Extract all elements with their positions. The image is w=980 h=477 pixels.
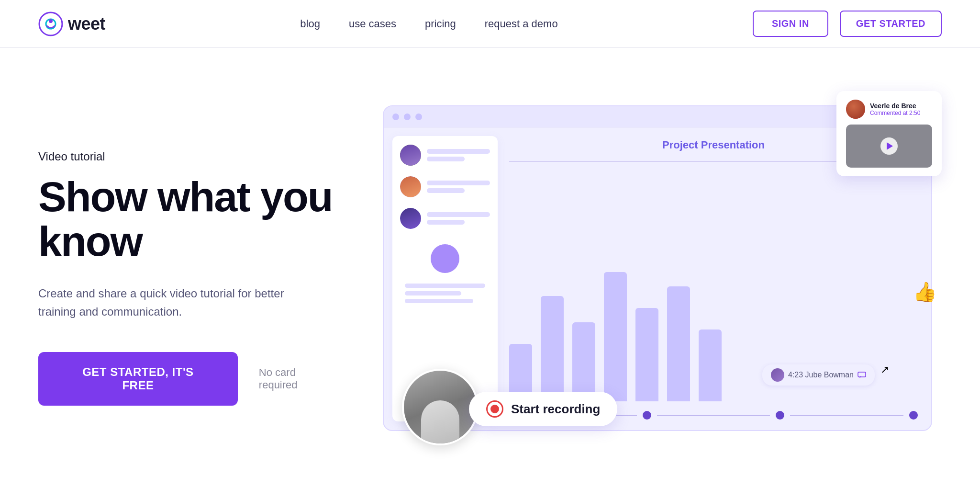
person-line-d (427, 188, 465, 193)
person-line-c (427, 181, 490, 185)
person-row-1 (400, 145, 490, 166)
svg-point-2 (49, 19, 53, 23)
purple-circle-decoration (431, 244, 459, 273)
timeline-dot-2 (643, 411, 651, 420)
weet-logo-icon (38, 11, 63, 36)
veerle-name: Veerle de Bree (870, 102, 920, 110)
play-icon (887, 142, 893, 150)
timeline-line-2 (657, 415, 770, 416)
browser-dot-2 (404, 114, 411, 120)
logo-area[interactable]: weet (38, 11, 105, 36)
person-row-2 (400, 176, 490, 197)
commenter-avatar-small (771, 368, 784, 382)
bar-3 (572, 322, 595, 401)
header: weet blog use cases pricing request a de… (0, 0, 980, 48)
comment-tag: 4:23 Jube Bowman (762, 364, 875, 386)
start-recording-pill[interactable]: Start recording (469, 392, 617, 426)
nav-use-cases[interactable]: use cases (349, 18, 396, 30)
timeline-line-3 (790, 415, 903, 416)
veerle-time-value: 2:50 (909, 110, 920, 116)
hero-cta-row: GET STARTED, IT'S FREE No card required (38, 352, 335, 406)
person-avatar-1 (400, 145, 421, 166)
veerle-card: Veerle de Bree Commented at 2:50 (836, 91, 942, 176)
nav-pricing[interactable]: pricing (425, 18, 456, 30)
hero-tag: Video tutorial (38, 150, 335, 163)
bar-6 (667, 286, 690, 401)
person-line-e (427, 212, 490, 217)
person-avatar-3 (400, 208, 421, 229)
veerle-avatar (846, 100, 865, 119)
person-line-a (427, 149, 490, 154)
big-person-avatar (402, 369, 479, 445)
hero-cta-button[interactable]: GET STARTED, IT'S FREE (38, 352, 238, 406)
record-icon (486, 400, 503, 418)
sign-in-button[interactable]: SIGN IN (753, 11, 828, 37)
record-dot (490, 405, 499, 413)
message-icon (858, 372, 866, 378)
browser-dot-1 (392, 114, 399, 120)
timeline-dot-3 (776, 411, 784, 420)
chart-bar-7 (699, 329, 722, 401)
bar-2 (541, 296, 564, 401)
veerle-commented-time: Commented at 2:50 (870, 110, 920, 116)
person-lines-1 (427, 149, 490, 161)
text-lines-decoration (405, 284, 485, 303)
cursor-indicator: ↗ (880, 363, 889, 376)
person-lines-3 (427, 212, 490, 225)
bar-4 (604, 272, 627, 401)
veerle-video-thumbnail[interactable] (846, 125, 932, 168)
person-row-3 (400, 208, 490, 229)
nav-buttons: SIGN IN GET STARTED (753, 11, 942, 37)
bar-7 (699, 329, 722, 401)
chart-bar-6 (667, 286, 690, 401)
veerle-commented-label: Commented at (870, 110, 908, 116)
veerle-info: Veerle de Bree Commented at 2:50 (870, 102, 920, 116)
person-line-b (427, 157, 465, 161)
chart-bar-2 (541, 296, 564, 401)
hero-left: Video tutorial Show what you know Create… (38, 140, 335, 406)
nav-blog[interactable]: blog (300, 18, 320, 30)
hero-title: Show what you know (38, 175, 335, 263)
deco-line-1 (405, 284, 485, 288)
hero-section: Video tutorial Show what you know Create… (0, 48, 980, 477)
timeline-dot-4 (909, 411, 918, 420)
person-line-f (427, 220, 465, 225)
get-started-nav-button[interactable]: GET STARTED (840, 11, 942, 37)
svg-point-0 (39, 12, 62, 35)
hero-illustration: Project Presentation (354, 77, 942, 469)
deco-line-2 (405, 291, 461, 295)
person-avatar-2 (400, 176, 421, 197)
brand-name: weet (68, 14, 105, 34)
person-lines-2 (427, 181, 490, 193)
start-recording-label: Start recording (511, 402, 600, 417)
emoji-reaction: 👍 (913, 281, 937, 303)
browser-dot-3 (415, 114, 422, 120)
comment-tag-text: 4:23 Jube Bowman (788, 371, 854, 379)
hero-description: Create and share a quick video tutorial … (38, 284, 306, 321)
main-nav: blog use cases pricing request a demo (300, 18, 557, 30)
deco-line-3 (405, 299, 473, 303)
svg-rect-3 (858, 372, 866, 377)
veerle-header: Veerle de Bree Commented at 2:50 (846, 100, 932, 119)
bar-5 (635, 308, 658, 401)
nav-request-demo[interactable]: request a demo (485, 18, 558, 30)
chart-bar-5 (635, 308, 658, 401)
play-button[interactable] (880, 137, 898, 155)
no-card-text: No card required (259, 366, 335, 391)
chart-bar-4 (604, 272, 627, 401)
chart-bar-3 (572, 322, 595, 401)
